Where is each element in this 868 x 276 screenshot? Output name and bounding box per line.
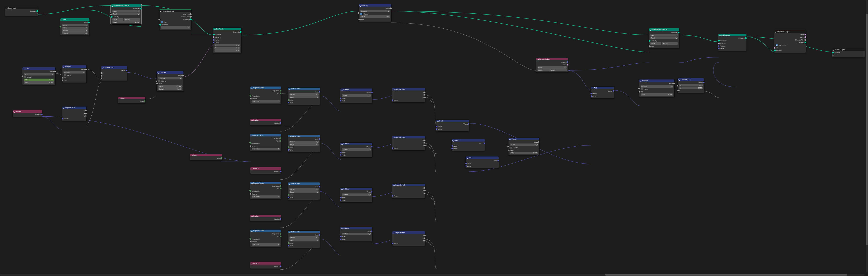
node-header[interactable]: Subtract	[359, 4, 391, 7]
clamp-checkbox[interactable]: Clamp	[63, 74, 86, 76]
node-header[interactable]: Group Output	[832, 49, 865, 51]
node-header[interactable]: Position	[13, 110, 42, 113]
clamp-checkbox[interactable]: Clamp	[640, 88, 674, 90]
run-checkbox[interactable]: Run	[160, 21, 191, 23]
node-header[interactable]: Store Named Attribute	[649, 28, 679, 31]
separate-xyz-node-3[interactable]: Separate XYZ X Y Z Vector	[392, 184, 426, 198]
op-dropdown[interactable]: Subtract	[360, 10, 390, 12]
name-field[interactable]: Name Velocity	[537, 69, 567, 71]
node-header[interactable]: Store Named Attribute	[111, 4, 141, 7]
type-dropdown[interactable]: Float	[112, 10, 140, 12]
value-a[interactable]: Value1.000	[360, 16, 390, 18]
position-node-3[interactable]: Position Position	[250, 215, 281, 221]
node-header[interactable]: Index	[190, 154, 222, 156]
node-header[interactable]: Sine	[23, 67, 55, 70]
position-node-2[interactable]: Position Position	[250, 167, 281, 174]
node-header[interactable]: Grid	[60, 18, 89, 21]
node-header[interactable]: Combine XYZ	[678, 78, 704, 81]
divide-node[interactable]: Divide Value Divide Clamp Value Value2.0…	[508, 138, 539, 156]
offset-y[interactable]: Y0 m	[215, 47, 240, 49]
type-dropdown[interactable]: Float	[650, 34, 678, 36]
value-field[interactable]: Value0.000	[112, 21, 140, 23]
store-named-attribute-node-2[interactable]: Store Named Attribute Geometry Float Poi…	[649, 28, 679, 49]
type-dropdown[interactable]: Float	[537, 66, 567, 69]
node-header[interactable]: Index	[118, 97, 145, 99]
multiply-node-right[interactable]: Multiply Value Multiply Clamp Value Valu…	[639, 79, 675, 97]
epsilon[interactable]: Epsilon0.100	[158, 88, 182, 90]
separate-xyz-node-4[interactable]: Separate XYZ X Y Z Vector	[392, 231, 426, 246]
separate-xyz-node-1[interactable]: Separate XYZ X Y Z Vector	[392, 88, 426, 103]
node-header[interactable]: Set Position	[718, 34, 746, 36]
vertical-scrollbar[interactable]	[866, 0, 868, 273]
clamp-checkbox[interactable]: Clamp	[157, 80, 183, 82]
name-field[interactable]: Name Velocity	[650, 42, 678, 45]
simulation-output-node[interactable]: Simulation Output Started Ended Elapsed …	[774, 30, 806, 53]
node-header[interactable]: Named Attribute	[536, 58, 568, 60]
horizontal-scrollbar[interactable]	[0, 274, 865, 276]
index-node-small[interactable]: Index Index	[118, 96, 146, 104]
group-input-node[interactable]: Group Input Geometry	[5, 7, 38, 16]
vector-subtract-node-3[interactable]: Subtract Vector Subtract Vector Vector	[340, 188, 372, 202]
edges-of-vertex-node-1[interactable]: Edges of Vertex Edge Index Total Vertex …	[250, 86, 281, 104]
sort-index[interactable]: Sort Index0	[252, 100, 280, 103]
value-b[interactable]: Value209.000	[158, 85, 182, 88]
offset-z[interactable]: Z0 m	[215, 49, 240, 52]
offset-x[interactable]: X0 m	[215, 44, 240, 47]
node-header[interactable]: Compare	[157, 71, 184, 74]
op-dropdown[interactable]: Sine	[24, 73, 54, 76]
separate-xyz-node-left[interactable]: Separate XYZ X Y Z Vector	[62, 106, 87, 121]
clamp-checkbox[interactable]: Clamp	[360, 12, 391, 15]
size-y-field[interactable]: Size Y1 m	[62, 27, 88, 29]
simulation-input-node[interactable]: Simulation Input Delta Time Elapsed Time…	[159, 9, 192, 30]
position-node-1[interactable]: Position Position	[250, 119, 281, 126]
field-at-index-node-2[interactable]: Field at Index Value Vector Edge Index V…	[288, 135, 320, 152]
node-header[interactable]: Simulation Output	[774, 30, 806, 33]
edges-of-vertex-node-4[interactable]: Edges of Vertex Edge Index Total Vertex …	[250, 229, 281, 247]
store-named-attribute-node-1[interactable]: Store Named Attribute Geometry Float Poi…	[111, 4, 142, 25]
position-node-left[interactable]: Position Position	[12, 110, 42, 117]
y-field[interactable]: Y0.000	[679, 87, 703, 89]
subtract-node-top[interactable]: Subtract Value Subtract Clamp Value1.000…	[359, 4, 392, 22]
compare-node[interactable]: Compare Value Compare Clamp Value Value2…	[156, 71, 184, 91]
node-header[interactable]: Subtract	[340, 88, 372, 91]
value-b[interactable]: Value0.200	[24, 81, 54, 84]
node-header[interactable]: Field at Index	[288, 88, 320, 90]
node-header[interactable]: Position	[250, 119, 281, 121]
use-cache-checkbox[interactable]: Use Cache	[775, 44, 805, 47]
node-header[interactable]: Add	[591, 87, 614, 89]
vertices-x-field[interactable]: Vertices X20	[62, 29, 88, 32]
combine-xyz-node-right[interactable]: Combine XYZ Vector X0.000 Y0.000 Z	[678, 78, 704, 93]
one-meter-field[interactable]: 1 m	[161, 26, 190, 29]
op-dropdown[interactable]: Multiply	[63, 71, 85, 74]
field-at-index-node-4[interactable]: Field at Index Value Vector Edge Index V…	[288, 230, 320, 248]
add-node[interactable]: Add Vector Vector Vector	[465, 156, 499, 168]
x-field[interactable]: X0.000	[679, 84, 703, 86]
value-a[interactable]: Value2.800	[24, 79, 54, 81]
group-output-node[interactable]: Group Output Geometry	[832, 48, 865, 58]
y-add-node[interactable]: Y Add Vector Vector Vector	[452, 139, 485, 151]
node-header[interactable]: Separate XYZ	[62, 107, 86, 109]
op-dropdown[interactable]: Multiply	[641, 85, 673, 88]
node-header[interactable]: Separate XYZ	[392, 88, 425, 90]
edges-of-vertex-node-3[interactable]: Edges of Vertex Edge Index Total Vertex …	[250, 182, 281, 199]
vector-subtract-node-2[interactable]: Subtract Vector Subtract Vector Vector	[340, 142, 372, 157]
domain-dropdown[interactable]: Point	[650, 37, 678, 39]
op-dropdown[interactable]: Compare	[158, 77, 182, 79]
name-field[interactable]: Name Velocity	[112, 18, 140, 21]
multiply-node-left[interactable]: Multiply Value Multiply Clamp Value Valu…	[62, 65, 87, 83]
named-attribute-node[interactable]: Named Attribute Attribute Exists Float N…	[536, 58, 568, 73]
node-header[interactable]: Multiply	[639, 79, 674, 82]
x-add-node[interactable]: X Add Vector Vector Vector	[436, 119, 469, 132]
sine-node[interactable]: Sine Value Sine Clamp Value2.800 Value0.…	[22, 67, 56, 85]
field-at-index-node-3[interactable]: Field at Index Value Vector Edge Index V…	[288, 182, 320, 200]
position-node-4[interactable]: Position Position	[250, 262, 281, 269]
node-header[interactable]: Multiply	[62, 65, 86, 68]
set-position-node-1[interactable]: Set Position Geometry Geometry Selection…	[213, 28, 242, 53]
vector-subtract-node-4[interactable]: Subtract Vector Subtract Vector Vector	[340, 227, 372, 242]
vector-subtract-node-1[interactable]: Subtract Vector Subtract Vector Vector	[340, 88, 372, 103]
vector-add-node-1[interactable]: Add Vector Vector Vector	[591, 86, 614, 99]
field-at-index-node-1[interactable]: Field at Index Value Vector Edge Index V…	[288, 87, 320, 105]
combine-xyz-node-left[interactable]: Combine XYZ Vector X Y Z	[101, 66, 127, 81]
edges-of-vertex-node-2[interactable]: Edges of Vertex Edge Index Total Vertex …	[250, 134, 281, 151]
clamp-checkbox[interactable]: Clamp	[23, 76, 55, 78]
